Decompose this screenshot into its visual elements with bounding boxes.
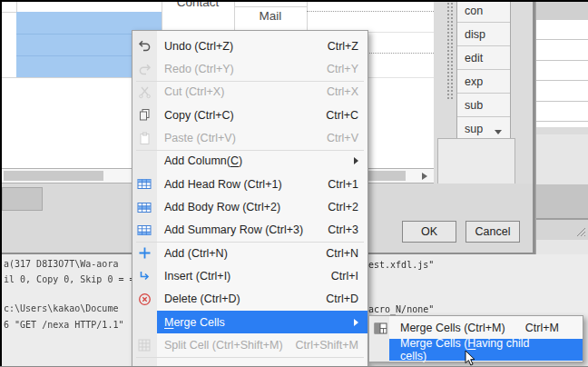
menu-item-add-head-row[interactable]: Add Head Row (Ctrl+1) Ctrl+1: [132, 173, 368, 195]
menu-item-add-summary-row[interactable]: Add Summary Row (Ctrl+3) Ctrl+3: [132, 219, 368, 242]
merge-cells-icon: [373, 321, 387, 335]
scrollbar-thumb[interactable]: [4, 171, 103, 181]
property-list: con disp edit exp sub sup: [456, 0, 511, 140]
table-summary-row-icon: [137, 223, 152, 237]
console-line: c:\Users\kakao\Docume: [4, 303, 118, 313]
menu-item-insert[interactable]: Insert (Ctrl+I) Ctrl+I: [132, 264, 368, 287]
resize-grip-icon[interactable]: [576, 224, 586, 241]
paste-icon: [137, 131, 152, 145]
table-head-row-icon: [137, 177, 152, 192]
menu-separator: [136, 242, 364, 243]
console-line: acro_N/none": [368, 304, 434, 314]
console-line: est.xfdl.js": [368, 260, 434, 270]
copy-icon: [137, 108, 152, 123]
property-item[interactable]: sub: [457, 94, 510, 117]
context-menu: Undo (Ctrl+Z) Ctrl+Z Redo (Ctrl+Y) Ctrl+…: [132, 30, 368, 367]
console-line: a(317 D8I3O7T\Wa-aora: [4, 259, 118, 269]
cut-icon: [137, 84, 152, 99]
property-item[interactable]: disp: [457, 23, 510, 46]
property-item[interactable]: exp: [457, 70, 510, 94]
merge-cells-submenu: Merge Cells (Ctrl+M) Ctrl+M Merge Cells …: [368, 315, 583, 362]
property-item[interactable]: con: [457, 0, 510, 23]
split-cell-icon: [137, 338, 152, 352]
scrollbar-thumb[interactable]: [366, 171, 406, 181]
inset-panel: [437, 138, 515, 185]
console-line: il 0, Copy 0, Skip 0 = =: [4, 274, 135, 284]
mouse-cursor: [465, 350, 475, 367]
delete-icon: [137, 292, 152, 306]
selection-marquee: [307, 11, 434, 12]
grid-cell-mail[interactable]: Mail: [234, 9, 307, 23]
sidebar-list[interactable]: [536, 20, 588, 127]
submenu-arrow-icon: [354, 157, 358, 164]
menu-item-split-cell[interactable]: Split Cell (Ctrl+Shift+M) Ctrl+Shift+M: [132, 333, 368, 356]
property-item[interactable]: edit: [457, 46, 510, 70]
menu-item-merge-cells-having-child-cells[interactable]: Merge Cells (Having child cells): [369, 339, 583, 361]
grid-editor-screen: Contact Mail con disp edit exp sub sup O…: [0, 0, 588, 367]
menu-item-add-body-row[interactable]: Add Body Row (Ctrl+2) Ctrl+2: [132, 195, 368, 218]
submenu-arrow-icon: [354, 319, 358, 326]
menu-separator: [136, 81, 364, 82]
plus-icon: [137, 246, 152, 261]
menu-item-delete[interactable]: Delete (Ctrl+D) Ctrl+D: [132, 288, 368, 311]
menu-item-cut[interactable]: Cut (Ctrl+X) Ctrl+X: [132, 81, 368, 104]
sidebar-header: [536, 0, 588, 20]
menu-item-merge-cells-ctrl-m[interactable]: Merge Cells (Ctrl+M) Ctrl+M: [369, 317, 583, 339]
drag-grip[interactable]: [446, 2, 454, 100]
menu-item-copy[interactable]: Copy (Ctrl+C) Ctrl+C: [132, 104, 368, 126]
menu-item-add-column[interactable]: Add Column(C): [132, 150, 368, 173]
cancel-button[interactable]: Cancel: [466, 221, 520, 243]
menu-item-merge-cells[interactable]: Merge Cells: [132, 311, 368, 333]
console-line: 6 "GET /nexa HTTP/1.1": [4, 320, 123, 330]
menu-separator: [136, 357, 364, 358]
undo-icon: [137, 39, 152, 54]
menu-separator: [136, 150, 364, 151]
menu-item-add[interactable]: Add (Ctrl+N) Ctrl+N: [132, 242, 368, 264]
grid-line: [234, 6, 307, 7]
menu-item-paste[interactable]: Paste (Ctrl+V) Ctrl+V: [132, 126, 368, 149]
menu-item-redo[interactable]: Redo (Ctrl+Y) Ctrl+Y: [132, 57, 368, 80]
grid-line: [307, 0, 308, 30]
scroll-right-button[interactable]: [416, 169, 434, 183]
redo-icon: [137, 62, 152, 76]
status-box: [2, 187, 43, 211]
menu-item-undo[interactable]: Undo (Ctrl+Z) Ctrl+Z: [132, 35, 368, 57]
dropdown-arrow-icon[interactable]: [495, 130, 502, 134]
ok-button[interactable]: OK: [402, 221, 456, 243]
window-border: [0, 0, 588, 2]
insert-icon: [137, 269, 152, 283]
window-border: [0, 0, 2, 367]
table-body-row-icon: [137, 200, 152, 214]
scroll-arrow-right-icon: [422, 173, 427, 180]
